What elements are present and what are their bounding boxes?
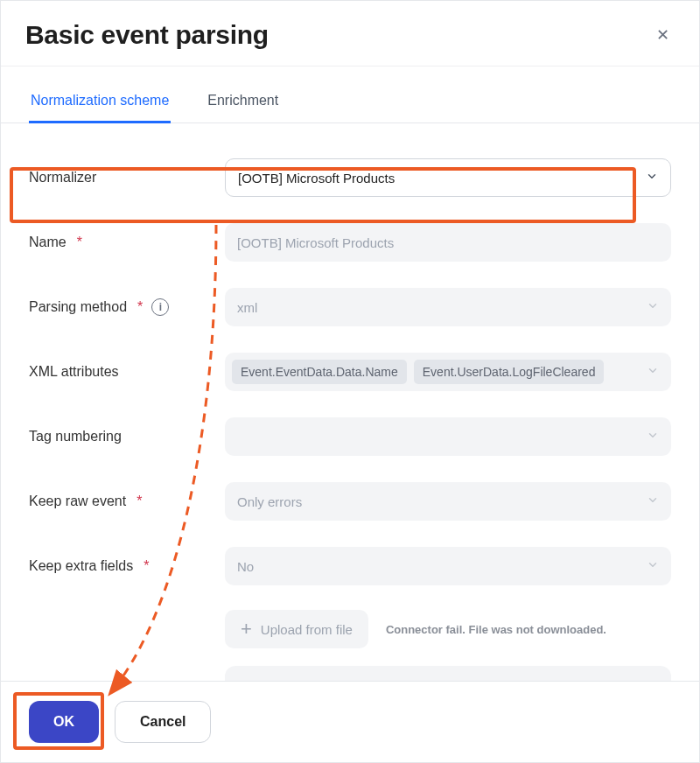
- keep-extra-value: No: [237, 559, 254, 574]
- row-tag-numbering: Tag numbering: [29, 417, 671, 456]
- row-keep-extra: Keep extra fields* No: [29, 547, 671, 585]
- close-icon: ✕: [656, 25, 669, 45]
- label-tag-numbering: Tag numbering: [29, 429, 225, 444]
- label-keep-extra: Keep extra fields*: [29, 558, 225, 574]
- chevron-down-icon: [647, 494, 659, 509]
- row-parsing-method: Parsing method* i xml: [29, 288, 671, 326]
- dialog-header: Basic event parsing ✕: [1, 1, 699, 66]
- upload-from-file-button: + Upload from file: [225, 610, 368, 648]
- label-parsing-method: Parsing method* i: [29, 298, 225, 316]
- xml-attr-chip: Event.UserData.LogFileCleared: [414, 360, 605, 384]
- xml-attributes-field: Event.EventData.Data.Name Event.UserData…: [225, 353, 671, 391]
- normalizer-select[interactable]: [OOTB] Microsoft Products: [225, 158, 671, 197]
- tabs: Normalization scheme Enrichment: [1, 66, 699, 123]
- chevron-down-icon: [647, 300, 659, 315]
- keep-raw-select: Only errors: [225, 482, 671, 521]
- chevron-down-icon: [647, 559, 659, 574]
- row-name: Name* [OOTB] Microsoft Products: [29, 223, 671, 262]
- tag-numbering-select: [225, 417, 671, 456]
- keep-extra-select: No: [225, 547, 671, 585]
- ok-button[interactable]: OK: [29, 701, 99, 743]
- tab-enrichment[interactable]: Enrichment: [206, 93, 280, 122]
- name-input[interactable]: [OOTB] Microsoft Products: [225, 223, 671, 262]
- tab-normalization-scheme[interactable]: Normalization scheme: [29, 93, 171, 123]
- info-icon[interactable]: i: [151, 298, 169, 316]
- form-area: Normalizer [OOTB] Microsoft Products Nam…: [1, 123, 699, 755]
- label-normalizer: Normalizer: [29, 170, 225, 186]
- row-xml-attributes: XML attributes Event.EventData.Data.Name…: [29, 353, 671, 391]
- dialog-footer: OK Cancel: [1, 681, 699, 762]
- parsing-method-select: xml: [225, 288, 671, 326]
- upload-button-label: Upload from file: [261, 622, 353, 637]
- chevron-down-icon: [647, 365, 659, 380]
- row-normalizer: Normalizer [OOTB] Microsoft Products: [29, 158, 671, 197]
- upload-status-message: Connector fail. File was not downloaded.: [386, 623, 606, 636]
- name-placeholder: [OOTB] Microsoft Products: [237, 235, 394, 250]
- plus-icon: +: [241, 620, 252, 639]
- row-keep-raw: Keep raw event* Only errors: [29, 482, 671, 521]
- xml-attr-chip: Event.EventData.Data.Name: [232, 360, 407, 384]
- close-button[interactable]: ✕: [650, 23, 675, 47]
- label-keep-raw: Keep raw event*: [29, 494, 225, 509]
- row-upload: + Upload from file Connector fail. File …: [225, 610, 671, 648]
- chevron-down-icon: [646, 171, 658, 186]
- parsing-method-value: xml: [237, 300, 257, 315]
- normalizer-value: [OOTB] Microsoft Products: [238, 171, 395, 186]
- label-name: Name*: [29, 234, 225, 250]
- chevron-down-icon: [647, 430, 659, 444]
- dialog-title: Basic event parsing: [25, 20, 269, 50]
- keep-raw-value: Only errors: [237, 494, 302, 509]
- label-xml-attributes: XML attributes: [29, 364, 225, 380]
- cancel-button[interactable]: Cancel: [115, 701, 211, 743]
